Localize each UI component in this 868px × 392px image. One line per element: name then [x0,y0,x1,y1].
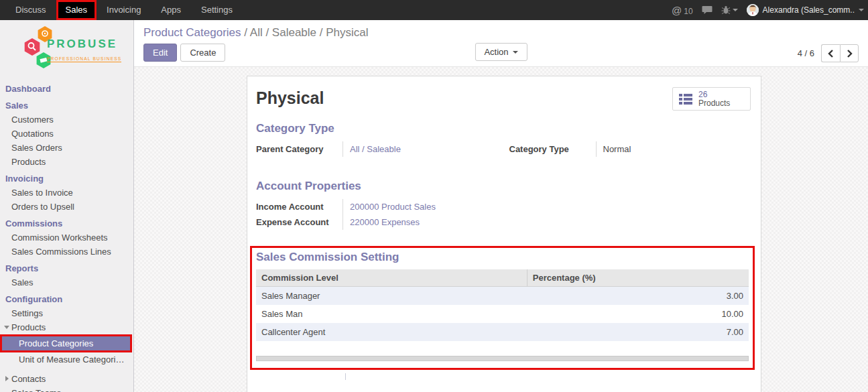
sidebar-item-quotations[interactable]: Quotations [0,127,133,141]
chat-bubble-icon [702,5,712,15]
list-icon [679,94,692,105]
user-menu[interactable]: Alexandra (Sales_comm.. [747,4,864,16]
debug-menu-button[interactable] [721,5,738,15]
menu-invoicing[interactable]: Invoicing [97,0,151,20]
chevron-down-icon [4,326,9,329]
sidebar-item-orders-to-upsell[interactable]: Orders to Upsell [0,200,133,214]
sidebar-header-commissions[interactable]: Commissions [0,216,133,231]
breadcrumb: Product Categories / All / Saleable / Ph… [134,20,868,40]
table-row[interactable]: Sales Manager 3.00 [256,287,749,306]
horizontal-scrollbar[interactable] [256,356,749,361]
sidebar-header-configuration[interactable]: Configuration [0,292,133,306]
bug-icon [721,5,731,15]
field-income-account: Income Account 200000 Product Sales [256,199,499,214]
percentage-cell: 7.00 [527,323,749,341]
commission-section-annotation-red-box: Sales Commission Setting Commission Leve… [250,246,755,370]
form-buttons: Edit Create [143,44,225,62]
action-dropdown-button[interactable]: Action [475,43,527,61]
app-logo[interactable]: PROBUSE PROFESSIONAL BUSINESS [0,20,133,78]
chevron-down-icon [859,9,864,11]
chevron-right-icon [5,376,9,381]
table-row[interactable]: Callcenter Agent 7.00 [256,323,749,341]
breadcrumb-link[interactable]: Product Categories [143,26,241,39]
pager-next-button[interactable] [840,44,859,62]
income-account-value[interactable]: 200000 Product Sales [343,199,499,214]
sidebar-item-sales-to-invoice[interactable]: Sales to Invoice [0,186,133,200]
pager-count: 4 / 6 [798,48,814,58]
commission-table: Commission Level Percentage (%) Sales Ma… [256,269,749,341]
section-title-account-properties: Account Properties [256,180,751,193]
action-label: Action [484,47,508,57]
chevron-down-icon [733,9,738,11]
messages-button[interactable] [702,5,712,15]
products-stat-button[interactable]: 26 Products [672,87,751,111]
chevron-right-icon [845,49,853,58]
menu-sales[interactable]: Sales [56,0,97,20]
breadcrumb-current: All / Saleable / Physical [250,26,369,39]
create-button[interactable]: Create [180,44,225,62]
column-header-commission-level[interactable]: Commission Level [256,269,527,287]
menu-discuss[interactable]: Discuss [5,0,56,20]
sidebar-menu: Dashboard Sales Customers Quotations Sal… [0,78,133,392]
table-header-row: Commission Level Percentage (%) [256,269,749,287]
sidebar-item-contacts[interactable]: Contacts [0,372,133,386]
content-background: 26 Products Physical Category Type Paren… [134,67,868,392]
sidebar-item-label: Contacts [11,374,46,384]
field-separator [345,373,346,380]
chevron-left-icon [827,49,835,58]
commission-level-cell: Sales Manager [256,287,527,306]
sidebar-item-reports-sales[interactable]: Sales [0,275,133,289]
expense-account-value[interactable]: 220000 Expenses [343,214,499,230]
field-label: Income Account [256,199,343,214]
logo-subtitle: PROFESSIONAL BUSINESS [47,56,121,62]
chevron-down-icon [513,51,518,54]
field-expense-account: Expense Account 220000 Expenses [256,214,499,230]
control-panel: Product Categories / All / Saleable / Ph… [134,20,868,67]
pager-previous-button[interactable] [821,44,840,62]
sidebar-item-settings[interactable]: Settings [0,306,133,320]
main-area: Product Categories / All / Saleable / Ph… [134,20,868,392]
sidebar-item-products-config[interactable]: Products [0,320,133,334]
activities-button[interactable]: @ 10 [672,5,693,16]
sidebar-item-product-categories[interactable]: Product Categories [0,334,132,352]
menu-apps[interactable]: Apps [151,0,191,20]
section-title-sales-commission-setting: Sales Commission Setting [256,251,749,264]
pager: 4 / 6 [798,44,859,62]
systray: @ 10 [672,0,864,20]
sidebar-header-dashboard[interactable]: Dashboard [0,82,133,96]
column-header-percentage[interactable]: Percentage (%) [527,269,749,287]
avatar [747,4,759,16]
category-type-value: Normal [596,141,752,157]
sidebar-item-label: Products [11,322,46,332]
stat-value: 26 [698,90,707,99]
sidebar-item-products[interactable]: Products [0,155,133,169]
field-label: Category Type [509,141,596,157]
sidebar-item-unit-of-measure-categories[interactable]: Unit of Measure Categori… [0,352,133,367]
stat-label: Products [698,99,730,108]
sidebar-item-customers[interactable]: Customers [0,113,133,127]
sidebar-item-sales-commissions-lines[interactable]: Sales Commissions Lines [0,245,133,259]
sidebar-header-invoicing[interactable]: Invoicing [0,172,133,186]
commission-level-cell: Callcenter Agent [256,323,527,341]
commission-level-cell: Sales Man [256,305,527,323]
table-row[interactable]: Sales Man 10.00 [256,305,749,323]
app-menus: Discuss Sales Invoicing Apps Settings [5,0,243,20]
field-label: Expense Account [256,214,343,230]
sidebar-header-sales[interactable]: Sales [0,99,133,113]
field-label: Parent Category [256,141,343,157]
sidebar: PROBUSE PROFESSIONAL BUSINESS Dashboard … [0,20,134,392]
activity-count-badge: 10 [684,7,692,16]
sidebar-item-sales-orders[interactable]: Sales Orders [0,141,133,155]
user-name: Alexandra (Sales_comm.. [763,5,855,15]
section-title-category-type: Category Type [256,122,751,135]
field-parent-category: Parent Category All / Saleable [256,141,499,157]
sidebar-item-sales-teams[interactable]: Sales Teams [0,386,133,392]
field-category-type: Category Type Normal [509,141,752,157]
percentage-cell: 10.00 [527,305,749,323]
edit-button[interactable]: Edit [143,44,177,62]
sidebar-item-commission-worksheets[interactable]: Commission Worksheets [0,231,133,245]
parent-category-value[interactable]: All / Saleable [343,141,499,157]
at-icon: @ [672,5,682,16]
sidebar-header-reports[interactable]: Reports [0,261,133,275]
menu-settings[interactable]: Settings [191,0,243,20]
